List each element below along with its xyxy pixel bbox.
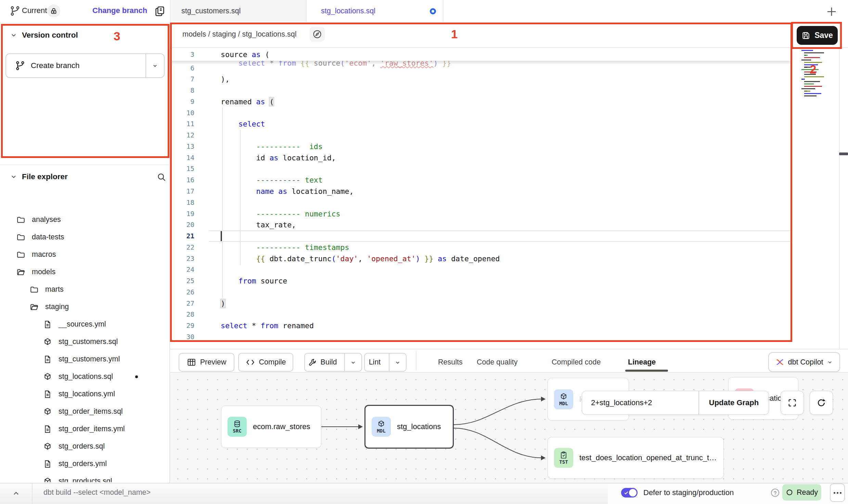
lineage-node-test[interactable]: TST test_does_location_opened_at_trunc_t…	[548, 437, 724, 479]
file-tree: analysesdata-testsmacrosmodelsmartsstagi…	[0, 187, 169, 482]
code-line-26[interactable]: 26	[170, 287, 792, 298]
tree-item-stg_locations.yml[interactable]: stg_locations.yml	[0, 385, 169, 403]
status-badge-ready[interactable]: Ready	[782, 484, 821, 501]
lineage-selector-input[interactable]: 2+stg_locations+2	[582, 391, 698, 414]
tree-item-stg_orders.yml[interactable]: stg_orders.yml	[0, 455, 169, 473]
chevron-up-icon	[12, 489, 20, 498]
preview-button[interactable]: Preview	[179, 353, 234, 372]
wrench-icon	[308, 358, 317, 367]
panel-resize-handle[interactable]	[839, 152, 848, 155]
editor-minimap[interactable]	[799, 49, 831, 100]
command-bar-expand[interactable]	[0, 483, 33, 504]
save-button[interactable]: Save	[797, 26, 838, 45]
compile-button[interactable]: Compile	[238, 353, 293, 372]
sidebar: Version control Create branch File explo…	[0, 23, 170, 483]
tree-item-label: stg_locations.sql	[59, 372, 113, 381]
code-line-11[interactable]: 11 select	[170, 118, 792, 130]
code-line-19[interactable]: 19 ---------- numerics	[170, 208, 792, 220]
lineage-canvas[interactable]: MDL locations locatio SRC ecom.raw_store…	[170, 373, 848, 483]
folder-icon	[16, 233, 25, 242]
code-line-25[interactable]: 25 from source	[170, 275, 792, 287]
command-input[interactable]: dbt build --select <model_name>	[43, 488, 151, 497]
code-line-27[interactable]: 27)	[170, 298, 792, 309]
code-line-9[interactable]: 9renamed as (	[170, 96, 792, 107]
tree-item-marts[interactable]: marts	[0, 281, 169, 298]
tab-code-quality[interactable]: Code quality	[477, 354, 518, 371]
new-tab-plus-icon[interactable]	[825, 5, 838, 18]
dbt-copilot-button[interactable]: dbt Copilot	[768, 352, 840, 372]
code-line-17[interactable]: 17 name as location_name,	[170, 186, 792, 197]
cube-icon	[43, 477, 52, 482]
view-in-lineage-button[interactable]	[310, 27, 325, 42]
tab-stg-locations[interactable]: stg_locations.sql	[307, 0, 444, 22]
tab-lineage[interactable]: Lineage	[628, 354, 656, 371]
build-dropdown[interactable]	[344, 354, 361, 371]
lineage-node-stg-locations[interactable]: MDL stg_locations	[364, 405, 454, 449]
code-line-7[interactable]: 7),	[170, 74, 792, 85]
tree-item-data-tests[interactable]: data-tests	[0, 228, 169, 246]
update-graph-button[interactable]: Update Graph	[698, 391, 769, 414]
code-line-10[interactable]: 10	[170, 107, 792, 119]
lineage-node-ecom-raw-stores[interactable]: SRC ecom.raw_stores	[221, 406, 321, 448]
scrolled-line-peek: select * from {{ source('ecom', 'raw_sto…	[170, 60, 792, 68]
folder-icon	[30, 285, 39, 294]
search-icon[interactable]	[157, 172, 166, 182]
tab-label: Results	[438, 358, 463, 367]
compile-label: Compile	[259, 358, 286, 367]
build-button[interactable]: Build	[304, 353, 362, 372]
chevron-down-icon[interactable]	[10, 32, 17, 39]
tree-item-stg_orders.sql[interactable]: stg_orders.sql	[0, 438, 169, 455]
tree-item-macros[interactable]: macros	[0, 246, 169, 263]
code-line-16[interactable]: 16 ---------- text	[170, 174, 792, 186]
cube-icon	[43, 407, 52, 416]
code-line-23[interactable]: 23 {{ dbt.date_trunc('day', 'opened_at')…	[170, 253, 792, 264]
tree-item-stg_products.sql[interactable]: stg_products.sql	[0, 473, 169, 482]
refresh-button[interactable]	[810, 391, 833, 415]
defer-label: Defer to staging/production	[643, 488, 734, 497]
chevron-down-icon[interactable]	[10, 173, 17, 180]
tree-item-__sources.yml[interactable]: __sources.yml	[0, 316, 169, 333]
create-branch-dropdown[interactable]	[145, 54, 164, 77]
tree-item-stg_locations.sql[interactable]: stg_locations.sql	[0, 368, 169, 385]
create-branch-button[interactable]: Create branch	[5, 53, 165, 78]
lint-button[interactable]: Lint	[364, 353, 407, 372]
code-line-20[interactable]: 20 tax_rate,	[170, 219, 792, 230]
lint-dropdown[interactable]	[389, 354, 406, 371]
change-branch-link[interactable]: Change branch	[92, 6, 147, 15]
code-line-12[interactable]: 12	[170, 130, 792, 141]
tab-stg-customers[interactable]: stg_customers.sql	[170, 0, 307, 22]
tree-item-models[interactable]: models	[0, 263, 169, 281]
tab-results[interactable]: Results	[438, 354, 463, 371]
code-icon	[246, 358, 255, 367]
tree-item-stg_order_items.sql[interactable]: stg_order_items.sql	[0, 403, 169, 420]
line-number: 22	[170, 243, 209, 251]
code-line-15[interactable]: 15	[170, 163, 792, 174]
tree-item-analyses[interactable]: analyses	[0, 211, 169, 228]
tree-item-staging[interactable]: staging	[0, 298, 169, 316]
help-icon[interactable]: ?	[771, 489, 779, 497]
tab-compiled-code[interactable]: Compiled code	[552, 354, 601, 371]
tree-item-stg_customers.sql[interactable]: stg_customers.sql	[0, 333, 169, 350]
tree-item-stg_customers.yml[interactable]: stg_customers.yml	[0, 350, 169, 368]
line-number: 7	[170, 75, 209, 83]
code-line-28[interactable]: 28	[170, 309, 792, 320]
code-line-8[interactable]: 8	[170, 85, 792, 96]
code-line-22[interactable]: 22 ---------- timestamps	[170, 242, 792, 253]
floppy-save-icon	[801, 31, 810, 40]
defer-toggle[interactable]	[621, 488, 638, 498]
tree-item-label: macros	[32, 250, 56, 259]
check-icon	[624, 490, 629, 495]
code-line-14[interactable]: 14 id as location_id,	[170, 152, 792, 163]
tree-item-stg_order_items.yml[interactable]: stg_order_items.yml	[0, 420, 169, 438]
line-number: 19	[170, 210, 209, 218]
code-line-18[interactable]: 18	[170, 197, 792, 208]
copy-icon[interactable]	[154, 5, 166, 17]
code-line-24[interactable]: 24	[170, 264, 792, 275]
more-options-button[interactable]	[830, 483, 845, 502]
save-label: Save	[814, 31, 833, 40]
fullscreen-button[interactable]	[781, 391, 804, 415]
code-line-29[interactable]: 29select * from renamed	[170, 320, 792, 331]
code-line-30[interactable]: 30	[170, 331, 792, 343]
badge-label: MDL	[377, 428, 385, 434]
code-line-13[interactable]: 13 ---------- ids	[170, 141, 792, 152]
